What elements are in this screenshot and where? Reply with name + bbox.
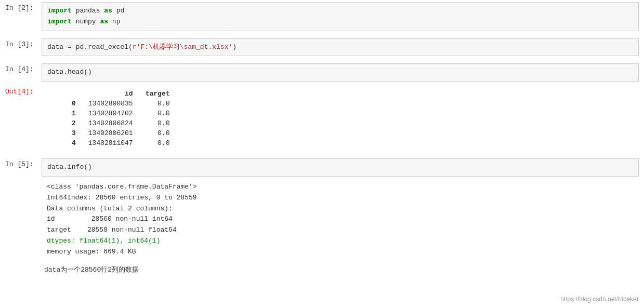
col-header-id: id (84, 89, 141, 99)
dataframe-table: id target 0 13402800835 0.0 1 1340280470… (68, 89, 178, 148)
cell-id: 13402804702 (84, 109, 141, 118)
cell-out4-label: Out[4]: (0, 84, 42, 100)
cell-3-label: In [3]: (0, 36, 42, 52)
cell-out5-label (0, 179, 42, 187)
output-line-2: Int64Index: 28560 entries, 0 to 28559 (47, 193, 634, 204)
output-line-7: memory usage: 669.4 KB (47, 247, 634, 258)
col-header-target: target (141, 89, 178, 99)
cell-3: In [3]: data = pd.read_excel(r'F:\机器学习\s… (0, 36, 644, 59)
row-index: 4 (68, 138, 84, 148)
cell-out4: Out[4]: id target 0 13402800835 (0, 84, 644, 153)
output-line-5: target 28558 non-null float64 (47, 225, 634, 236)
table-row: 2 13402806824 0.0 (68, 118, 178, 128)
string-path: r'F:\机器学习\sam_dt.xlsx' (133, 43, 232, 51)
cell-id: 13402806824 (84, 118, 141, 128)
output-line-3: Data columns (total 2 columns): (47, 204, 634, 215)
cell-2-label: In [2]: (0, 0, 42, 16)
cell-id: 13402811047 (84, 138, 141, 148)
row-index: 1 (68, 109, 84, 118)
code-text: data.info() (47, 163, 92, 171)
notebook: In [2]: import pandas as pd import numpy… (0, 0, 644, 308)
output-line-1: <class 'pandas.core.frame.DataFrame'> (47, 182, 634, 193)
output-line-6: dtypes: float64(1), int64(1) (47, 236, 634, 247)
cell-5-line-1: data.info() (47, 162, 633, 173)
cell-4-label: In [4]: (0, 61, 42, 77)
notebook-content: In [2]: import pandas as pd import numpy… (0, 0, 644, 308)
keyword-as-2: as (100, 18, 108, 25)
row-index: 2 (68, 118, 84, 128)
cell-target: 0.0 (141, 138, 178, 148)
cell-3-input[interactable]: data = pd.read_excel(r'F:\机器学习\sam_dt.xl… (42, 38, 639, 57)
table-row: 1 13402804702 0.0 (68, 109, 178, 118)
cell-5-label: In [5]: (0, 156, 42, 172)
code-text: ) (232, 43, 236, 51)
cell-2-line-1: import pandas as pd (47, 6, 633, 17)
col-header-index (68, 89, 84, 99)
code-text: np (112, 18, 121, 25)
code-text: data = pd.read_excel( (47, 43, 133, 51)
cell-id: 13402800835 (84, 99, 141, 109)
cell-3-line-1: data = pd.read_excel(r'F:\机器学习\sam_dt.xl… (47, 42, 633, 53)
table-row: 3 13402806201 0.0 (68, 128, 178, 138)
bottom-description: data为一个28560行2列的数据 (0, 261, 644, 278)
cell-4-line-1: data.head() (47, 67, 633, 78)
table-row: 0 13402800835 0.0 (68, 99, 178, 109)
cell-4: In [4]: data.head() (0, 61, 644, 84)
cell-2-input[interactable]: import pandas as pd import numpy as np (42, 2, 639, 31)
table-row: 4 13402811047 0.0 (68, 138, 178, 148)
code-text: pd (116, 7, 125, 15)
cell-5-input[interactable]: data.info() (42, 158, 639, 177)
cell-out5: <class 'pandas.core.frame.DataFrame'> In… (0, 179, 644, 261)
keyword-import-1: import (47, 7, 72, 15)
cell-target: 0.0 (141, 99, 178, 109)
code-text: data.head() (47, 68, 92, 76)
cell-2-line-2: import numpy as np (47, 17, 633, 28)
row-index: 3 (68, 128, 84, 138)
cell-target: 0.0 (141, 128, 178, 138)
output-line-4: id 28560 non-null int64 (47, 214, 634, 225)
cell-target: 0.0 (141, 118, 178, 128)
cell-4-input[interactable]: data.head() (42, 63, 639, 82)
keyword-as-1: as (104, 7, 112, 15)
row-index: 0 (68, 99, 84, 109)
watermark: https://blog.csdn.net/htbeker (560, 296, 639, 303)
cell-id: 13402806201 (84, 128, 141, 138)
code-text: pandas (76, 7, 104, 15)
cell-2: In [2]: import pandas as pd import numpy… (0, 0, 644, 33)
cell-out4-output: id target 0 13402800835 0.0 1 1340280470… (42, 85, 639, 152)
cell-out5-output: <class 'pandas.core.frame.DataFrame'> In… (42, 180, 639, 260)
table-header-row: id target (68, 89, 178, 99)
code-text: numpy (76, 18, 100, 25)
cell-target: 0.0 (141, 109, 178, 118)
keyword-import-2: import (47, 18, 72, 25)
cell-5: In [5]: data.info() (0, 156, 644, 179)
